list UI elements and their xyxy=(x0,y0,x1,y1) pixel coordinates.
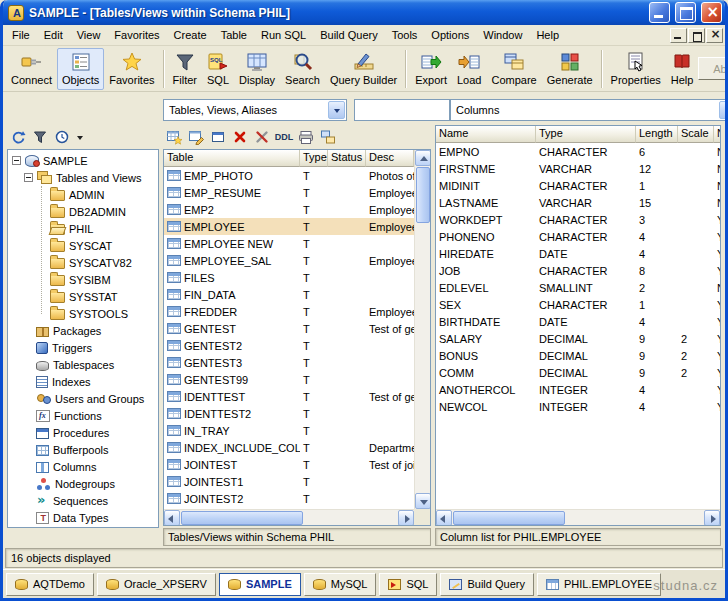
tree-item-schema[interactable]: PHIL xyxy=(10,220,158,237)
drop-table-button[interactable] xyxy=(230,127,250,147)
tree-item-category[interactable]: Indexes xyxy=(10,373,158,390)
taskbar-button[interactable]: Oracle_XPSERV xyxy=(97,573,216,596)
taskbar-button[interactable]: AQTDemo xyxy=(6,573,94,596)
table-row[interactable]: GENTEST99 T xyxy=(164,371,414,388)
column-row[interactable]: ANOTHERCOL INTEGER 4 Y xyxy=(436,381,720,398)
menu-item[interactable]: View xyxy=(70,26,108,44)
tree-item-category[interactable]: Columns xyxy=(10,458,158,475)
tree-item-category[interactable]: Users and Groups xyxy=(10,390,158,407)
table-row[interactable]: EMP_PHOTO T Photos of xyxy=(164,167,414,184)
close-button[interactable] xyxy=(701,2,722,23)
manage-table-button[interactable] xyxy=(252,127,272,147)
taskbar-button[interactable]: PHIL.EMPLOYEE xyxy=(537,573,661,596)
scroll-down-icon[interactable] xyxy=(415,493,431,509)
column-row[interactable]: EDLEVEL SMALLINT 2 N xyxy=(436,279,720,296)
table-row[interactable]: JOINTEST2 T xyxy=(164,490,414,507)
tree-item-schema[interactable]: SYSSTAT xyxy=(10,288,158,305)
display-table-button[interactable] xyxy=(164,127,184,147)
column-header[interactable]: Table xyxy=(164,150,300,167)
tree-item-schema[interactable]: SYSCAT xyxy=(10,237,158,254)
tree-item-schema[interactable]: DB2ADMIN xyxy=(10,203,158,220)
column-row[interactable]: HIREDATE DATE 4 Y xyxy=(436,245,720,262)
column-row[interactable]: LASTNAME VARCHAR 15 N xyxy=(436,194,720,211)
scroll-right-icon[interactable] xyxy=(398,510,414,526)
column-row[interactable]: WORKDEPT CHARACTER 3 Y xyxy=(436,211,720,228)
dropdown-arrow-icon[interactable] xyxy=(328,101,345,119)
tree-item-schema[interactable]: ADMIN xyxy=(10,186,158,203)
table-row[interactable]: IDENTTEST T Test of ge xyxy=(164,388,414,405)
tree-item-schema[interactable]: SYSCATV82 xyxy=(10,254,158,271)
mdi-close-button[interactable] xyxy=(706,28,723,43)
table-row[interactable]: EMP2 T Employee xyxy=(164,201,414,218)
column-row[interactable]: BIRTHDATE DATE 4 Y xyxy=(436,313,720,330)
tree-item-tables-and-views[interactable]: Tables and Views xyxy=(10,169,158,186)
menu-item[interactable]: Window xyxy=(476,26,529,44)
ddl-button[interactable]: DDL xyxy=(274,127,294,147)
table-row[interactable]: JOINTEST1 T xyxy=(164,473,414,490)
menu-item[interactable]: Edit xyxy=(37,26,70,44)
table-row[interactable]: FILES T xyxy=(164,269,414,286)
export-button[interactable]: Export xyxy=(410,48,452,90)
history-button[interactable] xyxy=(52,127,72,147)
tree-item-category[interactable]: Nodegroups xyxy=(10,475,158,492)
column-row[interactable]: NEWCOL INTEGER 4 Y xyxy=(436,398,720,415)
favorites-button[interactable]: Favorites xyxy=(104,48,159,90)
tree-item-category[interactable]: Packages xyxy=(10,322,158,339)
table-row[interactable]: IDENTTEST2 T xyxy=(164,405,414,422)
table-row[interactable]: GENTEST2 T xyxy=(164,337,414,354)
menu-item[interactable]: Create xyxy=(167,26,214,44)
menu-item[interactable]: Options xyxy=(424,26,476,44)
column-header[interactable]: Scale xyxy=(678,126,714,143)
taskbar-button[interactable]: SAMPLE xyxy=(219,573,301,596)
column-row[interactable]: JOB CHARACTER 8 Y xyxy=(436,262,720,279)
query-builder-button[interactable]: Query Builder xyxy=(325,48,402,90)
scroll-up-icon[interactable] xyxy=(415,150,431,166)
scroll-left-icon[interactable] xyxy=(436,510,452,526)
maximize-button[interactable] xyxy=(675,2,696,23)
tree-item-schema[interactable]: SYSIBM xyxy=(10,271,158,288)
column-header[interactable]: Type xyxy=(536,126,636,143)
row-display-button[interactable] xyxy=(208,127,228,147)
menu-item[interactable]: Help xyxy=(529,26,566,44)
connect-button[interactable]: Connect xyxy=(6,48,57,90)
table-row[interactable]: INDEX_INCLUDE_COL.. T Departmen xyxy=(164,439,414,456)
history-dropdown-icon[interactable] xyxy=(74,127,85,147)
scrollbar-thumb[interactable] xyxy=(181,511,303,525)
refresh-button[interactable] xyxy=(8,127,28,147)
table-row[interactable]: EMPLOYEE_SAL T Employee xyxy=(164,252,414,269)
column-header[interactable]: Nulls xyxy=(714,126,720,143)
column-row[interactable]: COMM DECIMAL 9 2 Y xyxy=(436,364,720,381)
table-row[interactable]: GENTEST3 T xyxy=(164,354,414,371)
table-row[interactable]: FREDDER T Employee xyxy=(164,303,414,320)
tree-item-category[interactable]: Functions xyxy=(10,407,158,424)
scroll-left-icon[interactable] xyxy=(164,510,180,526)
column-header[interactable]: Desc xyxy=(366,150,414,167)
column-row[interactable]: MIDINIT CHARACTER 1 N xyxy=(436,177,720,194)
search-button[interactable]: Search xyxy=(280,48,325,90)
taskbar-button[interactable]: SQL xyxy=(379,573,437,596)
column-row[interactable]: PHONENO CHARACTER 4 Y xyxy=(436,228,720,245)
horizontal-scrollbar[interactable] xyxy=(436,509,720,525)
column-row[interactable]: SEX CHARACTER 1 Y xyxy=(436,296,720,313)
mdi-restore-button[interactable] xyxy=(688,28,705,43)
edit-table-button[interactable] xyxy=(186,127,206,147)
menu-item[interactable]: Run SQL xyxy=(254,26,313,44)
column-row[interactable]: EMPNO CHARACTER 6 N xyxy=(436,143,720,160)
minimize-button[interactable] xyxy=(649,2,670,23)
tree-item-root[interactable]: SAMPLE xyxy=(10,152,158,169)
help-button[interactable]: Help xyxy=(666,48,699,90)
tree-item-schema[interactable]: SYSTOOLS xyxy=(10,305,158,322)
menu-item[interactable]: Tools xyxy=(385,26,425,44)
collapse-icon[interactable] xyxy=(24,173,33,182)
tree-item-category[interactable]: Data Types xyxy=(10,509,158,526)
table-row[interactable]: EMPLOYEE NEW T xyxy=(164,235,414,252)
collapse-icon[interactable] xyxy=(12,156,21,165)
column-header[interactable]: Length xyxy=(636,126,678,143)
scrollbar-thumb[interactable] xyxy=(416,167,430,223)
table-row[interactable]: JOINTEST T Test of joi xyxy=(164,456,414,473)
table-row[interactable]: EMP_RESUME T Employee xyxy=(164,184,414,201)
load-button[interactable]: Load xyxy=(452,48,486,90)
abort-button[interactable]: Abort xyxy=(698,57,728,80)
table-row[interactable]: GENTEST T Test of ge xyxy=(164,320,414,337)
tree-item-category[interactable]: Bufferpools xyxy=(10,441,158,458)
